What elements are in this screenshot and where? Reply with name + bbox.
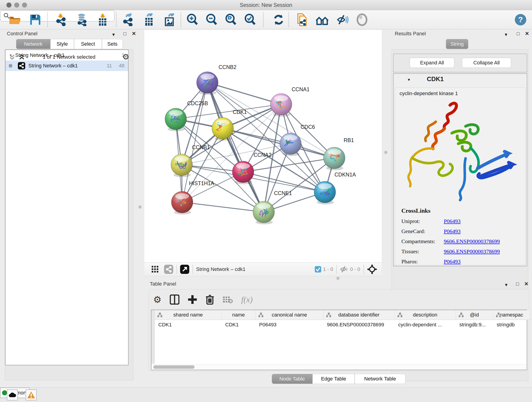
hide-selection-button[interactable] [336,13,349,26]
table-cell[interactable]: P06493 [255,320,323,330]
control-tab-select[interactable]: Select [74,39,102,49]
copy-network-style-button[interactable] [296,13,309,26]
selected-checkbox-icon[interactable] [315,266,321,273]
table-cell[interactable]: 9606.ENSP00000378699 [323,320,394,330]
table-row[interactable]: CDK1CDK1P064939606.ENSP00000378699cyclin… [155,320,530,330]
control-panel-menu-icon[interactable]: ▾ [112,32,115,38]
import-network-button[interactable] [55,13,68,26]
column-header-description[interactable]: description [394,310,456,320]
refresh-button[interactable] [272,13,285,26]
column-header-namespac[interactable]: namespac [493,310,530,320]
column-header-database-identifier[interactable]: database identifier [323,310,394,320]
control-panel-close-icon[interactable]: ✕ [132,31,136,37]
crosslink-link[interactable]: 9606.ENSP00000378699 [444,249,500,255]
table-panel-float-icon[interactable]: □ [516,281,519,287]
crosslink-link[interactable]: 9606.ENSP00000378699 [444,238,500,245]
left-splitter-handle[interactable] [138,205,142,209]
network-edge[interactable] [207,83,281,104]
open-session-button[interactable] [8,13,21,26]
toolbar-separator [263,12,264,27]
collapse-all-button[interactable]: Collapse All [462,58,511,68]
protein-collapse-icon[interactable]: ▾ [408,77,410,82]
add-column-icon[interactable] [188,295,197,304]
network-edge[interactable] [207,83,264,212]
network-node-CCNB2[interactable]: CCNB2 [196,64,236,95]
network-edge[interactable] [182,202,264,212]
table-cell[interactable]: stringdb:9... [456,320,493,330]
save-icon [29,14,41,26]
network-view-icon[interactable] [164,265,173,274]
help-button[interactable]: ? [514,13,527,26]
crosslink-link[interactable]: P06493 [444,228,461,235]
delete-column-icon[interactable] [206,294,214,305]
zoom-in-icon [186,13,199,26]
table-horizontal-scrollbar[interactable] [151,364,527,370]
results-panel-menu-icon[interactable]: ▾ [505,32,507,38]
network-view-canvas[interactable]: CCNB2CCNA1CDC25BCDK1CDC6RB1CCNB1CCNA2CDK… [144,30,382,262]
control-tab-network[interactable]: Network [16,39,51,49]
zoom-fit-button[interactable] [225,13,237,26]
toolbar-separator [47,12,48,27]
home-networks-button[interactable] [316,13,329,26]
window-title: Session: New Session [0,2,532,8]
table-panel-menu-icon[interactable]: ▾ [505,282,507,288]
results-panel-close-icon[interactable]: ✕ [525,31,529,37]
network-node-CDC25B[interactable]: CDC25B [165,100,208,131]
export-network-button[interactable] [122,13,135,26]
export-table-button[interactable] [143,13,155,26]
status-bar: Memory [0,387,532,402]
network-node-CCNE1[interactable]: CCNE1 [253,190,292,224]
network-node-CDKN1A[interactable]: CDKN1A [314,172,356,204]
grid-view-icon[interactable] [152,266,158,273]
results-panel-float-icon[interactable]: □ [517,31,520,37]
detach-view-icon[interactable] [180,265,189,274]
expand-all-button[interactable]: Expand All [410,58,454,68]
column-header-canonical-name[interactable]: canonical name [255,310,323,320]
import-network-from-database-button[interactable] [76,13,89,26]
string-network-graph[interactable]: CCNB2CCNA1CDC25BCDK1CDC6RB1CCNB1CCNA2CDK… [144,30,382,262]
table-panel-close-icon[interactable]: ✕ [524,281,528,287]
scrollbar-thumb[interactable] [153,365,195,369]
zoom-out-button[interactable] [205,13,218,26]
table-tab-node-table[interactable]: Node Table [272,374,312,384]
table-options-gear-icon[interactable]: ⚙ [153,294,162,305]
column-header-shared-name[interactable]: shared name [155,310,222,320]
network-node-RB1[interactable]: RB1 [323,137,354,170]
save-session-button[interactable] [29,13,42,26]
node-gloss [274,95,288,101]
zoom-in-button[interactable] [186,13,199,26]
table-cell[interactable]: cyclin-dependent ... [394,320,456,330]
export-image-icon [163,13,176,26]
network-options-gear-icon[interactable]: ⚙ [122,52,129,61]
control-tab-sets[interactable]: Sets [102,39,123,49]
crosslink-link[interactable]: P06493 [444,259,461,265]
table-cell[interactable]: CDK1 [155,320,222,330]
table-tab-edge-table[interactable]: Edge Table [312,374,355,384]
network-status-row: 1 of 1 Network selected ⚙ [5,53,133,62]
control-tab-style[interactable]: Style [51,39,74,49]
warnings-button[interactable] [26,389,37,400]
network-row[interactable]: String Network – cdk1 11 48 [6,61,128,71]
birds-eye-crosshair-icon[interactable] [367,264,377,274]
cloud-status-button[interactable] [7,389,18,400]
network-node-HIST1H1A[interactable]: HIST1H1A [171,180,215,215]
hidden-eye-slash-icon[interactable] [340,266,348,273]
bottom-splitter-handle[interactable] [336,277,340,280]
crosslink-link[interactable]: P06493 [444,218,461,224]
table-panel-title: Table Panel [150,281,176,287]
zoom-selected-button[interactable] [244,13,257,26]
control-panel-float-icon[interactable]: □ [123,31,126,37]
column-header--id[interactable]: @id [456,310,493,320]
network-node-CCNA1[interactable]: CCNA1 [270,86,310,117]
import-table-button[interactable] [96,13,109,26]
row-header-gutter [152,310,155,364]
column-header-name[interactable]: name [222,310,255,320]
show-columns-icon[interactable] [170,294,179,305]
table-cell[interactable]: stringdb [493,320,530,330]
table-tab-network-table[interactable]: Network Table [355,374,405,384]
export-image-button[interactable] [163,13,176,26]
right-splitter-handle[interactable] [384,151,387,154]
table-cell[interactable]: CDK1 [222,320,255,330]
show-graphics-button[interactable] [355,13,368,26]
tab-string[interactable]: String [446,39,468,49]
